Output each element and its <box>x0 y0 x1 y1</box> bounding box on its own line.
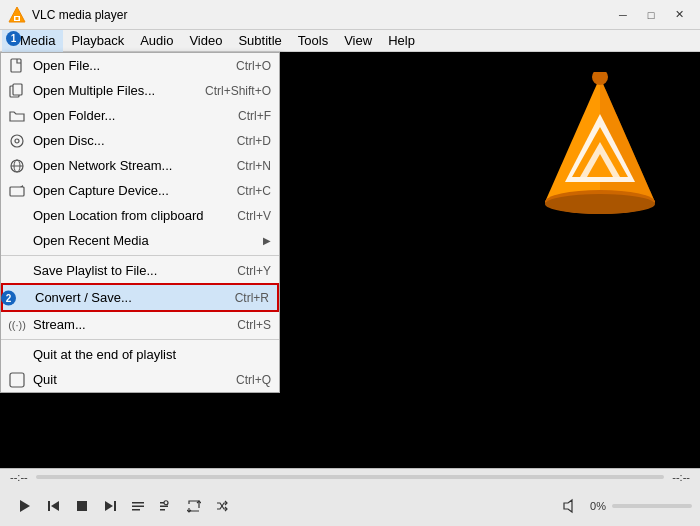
volume-label: 0% <box>590 500 606 512</box>
open-folder-shortcut: Ctrl+F <box>238 109 271 123</box>
svg-point-22 <box>545 194 655 214</box>
svg-point-7 <box>11 135 23 147</box>
svg-rect-3 <box>16 17 19 20</box>
open-file-label: Open File... <box>33 58 216 73</box>
menu-media[interactable]: 1 Media <box>2 30 63 52</box>
open-capture-shortcut: Ctrl+C <box>237 184 271 198</box>
progress-bar-area: --:-- --:-- <box>0 469 700 485</box>
svg-marker-26 <box>51 501 59 511</box>
menu-item-open-file[interactable]: Open File... Ctrl+O <box>1 53 279 78</box>
menu-item-quit-playlist[interactable]: Quit at the end of playlist <box>1 342 279 367</box>
svg-marker-37 <box>564 500 572 512</box>
open-file-shortcut: Ctrl+O <box>236 59 271 73</box>
window-controls: ─ □ ✕ <box>610 5 692 25</box>
prev-button[interactable] <box>40 492 68 520</box>
stream-label: Stream... <box>33 317 217 332</box>
svg-point-8 <box>15 139 19 143</box>
menu-item-open-multiple[interactable]: Open Multiple Files... Ctrl+Shift+O <box>1 78 279 103</box>
volume-track[interactable] <box>612 504 692 508</box>
open-multiple-shortcut: Ctrl+Shift+O <box>205 84 271 98</box>
menu-video[interactable]: Video <box>181 30 230 52</box>
progress-track[interactable] <box>36 475 665 479</box>
file-icon <box>7 56 27 76</box>
next-button[interactable] <box>96 492 124 520</box>
menu-tools[interactable]: Tools <box>290 30 336 52</box>
title-bar: VLC media player ─ □ ✕ <box>0 0 700 30</box>
svg-marker-29 <box>105 501 113 511</box>
menu-item-open-disc[interactable]: Open Disc... Ctrl+D <box>1 128 279 153</box>
disc-icon <box>7 131 27 151</box>
capture-icon <box>7 181 27 201</box>
svg-rect-6 <box>13 84 22 95</box>
vlc-icon <box>8 6 26 24</box>
time-remaining: --:-- <box>672 471 690 483</box>
menu-item-open-network[interactable]: Open Network Stream... Ctrl+N <box>1 153 279 178</box>
menu-item-save-playlist[interactable]: Save Playlist to File... Ctrl+Y <box>1 258 279 283</box>
play-button[interactable] <box>8 490 40 522</box>
stream-shortcut: Ctrl+S <box>237 318 271 332</box>
separator-1 <box>1 255 279 256</box>
svg-rect-30 <box>132 502 144 504</box>
save-playlist-shortcut: Ctrl+Y <box>237 264 271 278</box>
svg-rect-33 <box>160 502 164 504</box>
open-folder-label: Open Folder... <box>33 108 218 123</box>
svg-marker-24 <box>20 500 30 512</box>
menu-subtitle[interactable]: Subtitle <box>230 30 289 52</box>
stream-icon: ((·)) <box>7 315 27 335</box>
open-location-shortcut: Ctrl+V <box>237 209 271 223</box>
toggle-playlist-button[interactable] <box>180 492 208 520</box>
open-capture-label: Open Capture Device... <box>33 183 217 198</box>
svg-rect-12 <box>10 187 24 196</box>
media-dropdown: Open File... Ctrl+O Open Multiple Files.… <box>0 52 280 393</box>
menu-item-open-capture[interactable]: Open Capture Device... Ctrl+C <box>1 178 279 203</box>
controls-row: 0% <box>0 485 700 526</box>
playlist-button[interactable] <box>124 492 152 520</box>
open-network-shortcut: Ctrl+N <box>237 159 271 173</box>
network-icon <box>7 156 27 176</box>
svg-rect-28 <box>114 501 116 511</box>
menu-audio[interactable]: Audio <box>132 30 181 52</box>
svg-rect-32 <box>132 509 140 511</box>
open-location-label: Open Location from clipboard <box>33 208 217 223</box>
quit-playlist-label: Quit at the end of playlist <box>33 347 271 362</box>
maximize-button[interactable]: □ <box>638 5 664 25</box>
svg-rect-31 <box>132 506 144 508</box>
vlc-cone <box>540 72 660 222</box>
folder-icon <box>7 106 27 126</box>
stop-button[interactable] <box>68 492 96 520</box>
badge-2: 2 <box>1 290 16 305</box>
menu-playback[interactable]: Playback <box>63 30 132 52</box>
svg-rect-35 <box>160 509 165 511</box>
volume-icon[interactable] <box>556 492 584 520</box>
open-disc-label: Open Disc... <box>33 133 217 148</box>
svg-point-36 <box>164 501 168 505</box>
volume-area: 0% <box>556 492 692 520</box>
menu-item-quit[interactable]: Quit Ctrl+Q <box>1 367 279 392</box>
menu-item-convert-save[interactable]: 2 Convert / Save... Ctrl+R <box>1 283 279 312</box>
separator-2 <box>1 339 279 340</box>
menu-item-open-recent[interactable]: Open Recent Media ▶ <box>1 228 279 253</box>
menu-help[interactable]: Help <box>380 30 423 52</box>
menu-item-stream[interactable]: ((·)) Stream... Ctrl+S <box>1 312 279 337</box>
random-button[interactable] <box>208 492 236 520</box>
menu-view[interactable]: View <box>336 30 380 52</box>
files-icon <box>7 81 27 101</box>
menu-item-open-folder[interactable]: Open Folder... Ctrl+F <box>1 103 279 128</box>
menu-item-open-location[interactable]: Open Location from clipboard Ctrl+V <box>1 203 279 228</box>
submenu-arrow: ▶ <box>263 235 271 246</box>
open-multiple-label: Open Multiple Files... <box>33 83 185 98</box>
svg-rect-34 <box>160 506 168 508</box>
app-title: VLC media player <box>32 8 610 22</box>
extended-settings-button[interactable] <box>152 492 180 520</box>
badge-1: 1 <box>6 31 21 46</box>
svg-rect-25 <box>48 501 50 511</box>
svg-rect-27 <box>77 501 87 511</box>
quit-shortcut: Ctrl+Q <box>236 373 271 387</box>
convert-save-shortcut: Ctrl+R <box>235 291 269 305</box>
minimize-button[interactable]: ─ <box>610 5 636 25</box>
save-playlist-label: Save Playlist to File... <box>33 263 217 278</box>
bottom-controls: --:-- --:-- <box>0 468 700 526</box>
quit-icon <box>7 370 27 390</box>
close-button[interactable]: ✕ <box>666 5 692 25</box>
svg-rect-4 <box>11 59 21 72</box>
